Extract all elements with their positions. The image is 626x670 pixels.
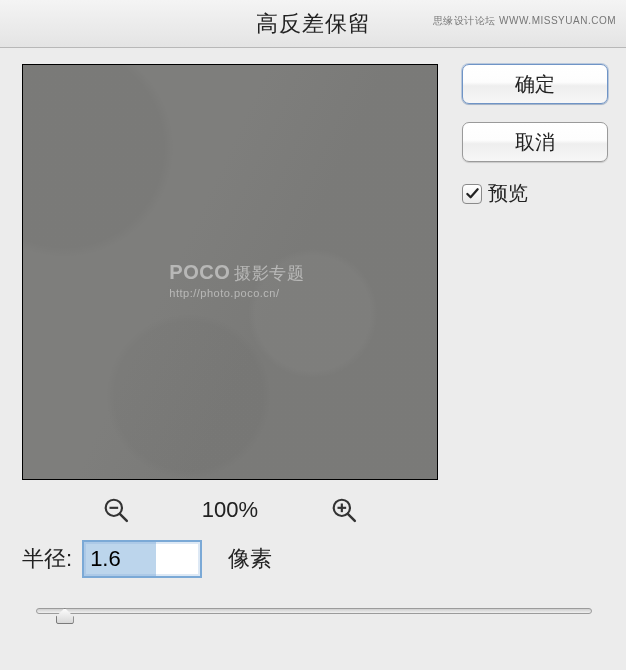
zoom-out-icon (103, 497, 129, 523)
svg-line-6 (348, 514, 355, 521)
title-bar: 高反差保留 思缘设计论坛 WWW.MISSYUAN.COM (0, 0, 626, 48)
wm-url: http://photo.poco.cn/ (169, 287, 304, 299)
wm-subtitle: 摄影专题 (234, 264, 304, 283)
radius-unit: 像素 (228, 544, 272, 574)
preview-checkbox[interactable] (462, 184, 482, 204)
side-panel: 确定 取消 预览 (462, 64, 608, 207)
window-title: 高反差保留 (256, 9, 371, 39)
preview-checkbox-label: 预览 (488, 180, 528, 207)
slider-track (36, 608, 592, 614)
zoom-in-icon (331, 497, 357, 523)
dialog-content: POCO摄影专题 http://photo.poco.cn/ 100% 半径: (0, 48, 626, 670)
zoom-controls: 100% (22, 488, 438, 532)
check-icon (465, 186, 480, 201)
zoom-out-button[interactable] (102, 496, 130, 524)
radius-row: 半径: 像素 (22, 540, 272, 578)
radius-label: 半径: (22, 544, 72, 574)
radius-slider[interactable] (36, 600, 592, 628)
zoom-in-button[interactable] (330, 496, 358, 524)
cancel-button[interactable]: 取消 (462, 122, 608, 162)
radius-input[interactable] (82, 540, 202, 578)
preview-image-area[interactable]: POCO摄影专题 http://photo.poco.cn/ (22, 64, 438, 480)
preview-watermark: POCO摄影专题 http://photo.poco.cn/ (169, 261, 304, 299)
zoom-level-label: 100% (190, 497, 270, 523)
wm-brand: POCO (169, 261, 230, 283)
preview-checkbox-row: 预览 (462, 180, 608, 207)
svg-line-2 (120, 514, 127, 521)
ok-button[interactable]: 确定 (462, 64, 608, 104)
top-watermark: 思缘设计论坛 WWW.MISSYUAN.COM (433, 14, 616, 28)
